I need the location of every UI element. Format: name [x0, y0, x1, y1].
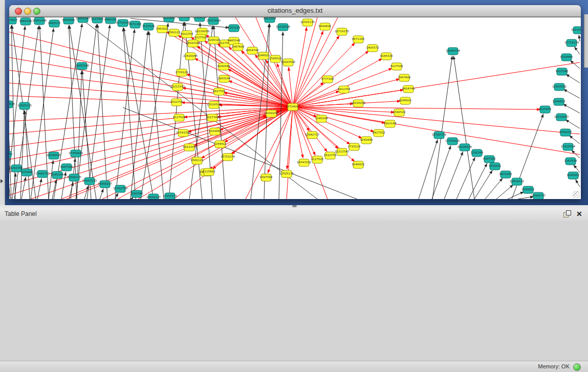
citation-edge: [11, 25, 15, 199]
edge-arrow: [133, 29, 136, 33]
network-view-window: citations_edges.txt 94636279465546208914…: [9, 5, 581, 199]
graph-node-label: 9466162: [104, 18, 117, 21]
citation-edge: [49, 160, 53, 199]
graph-node-label: 2718120: [348, 145, 361, 148]
graph-node-label: 1292346: [471, 151, 484, 154]
graph-node-label: 1569297: [559, 130, 572, 134]
edge-arrow: [277, 63, 279, 67]
graph-node-label: 12505135: [279, 172, 294, 175]
edge-arrow: [484, 163, 487, 167]
graph-node-label: 18226058: [351, 101, 365, 104]
panel-title: Table Panel: [5, 210, 37, 217]
graph-node-label: 16210643: [554, 115, 569, 118]
graph-node-label: 8427552: [373, 131, 385, 134]
graph-node-label: 9465546: [19, 19, 32, 23]
graph-node-label: 7515526: [142, 25, 155, 28]
graph-node-label: 9245652: [567, 173, 580, 177]
citation-edge: [9, 107, 293, 147]
citation-edge: [293, 107, 328, 152]
edge-arrow: [288, 67, 291, 71]
graph-node-label: 20891406: [32, 19, 47, 22]
edge-arrow: [281, 32, 285, 35]
edge-arrow: [24, 177, 26, 181]
graph-node-label: 1405572: [48, 21, 61, 25]
graph-node-label: 17016504: [207, 103, 221, 106]
memory-ok-icon[interactable]: [573, 363, 581, 371]
citation-edge: [444, 151, 463, 199]
edge-arrow: [541, 114, 543, 118]
memory-status-label: Memory: OK: [538, 363, 570, 369]
graph-node-label: 2967608: [398, 76, 411, 79]
edge-arrow: [453, 56, 456, 59]
graph-node-label: 13942737: [531, 194, 546, 197]
citation-edge: [124, 28, 154, 199]
graph-node-label: 1145194: [51, 173, 64, 176]
edge-arrow: [108, 25, 111, 28]
graph-node-label: 9097588: [60, 165, 73, 168]
graph-node-label: 8912354: [338, 87, 351, 91]
edge-arrow: [450, 56, 453, 59]
graph-node-label: 8912354: [181, 32, 193, 35]
citation-edge: [69, 25, 77, 199]
background-frame-edge: [584, 14, 588, 68]
graph-node-label: 17359928: [69, 151, 83, 155]
graph-node-label: 9127505: [311, 158, 324, 161]
graph-node-label: 9465546: [228, 39, 241, 42]
citation-edge: [293, 107, 580, 134]
edge-arrow: [320, 31, 323, 35]
graph-node-label: 9699695: [319, 25, 332, 28]
table-panel-header: Table Panel ✕: [0, 207, 588, 221]
graph-node-label: 16648784: [446, 49, 460, 52]
graph-node-label: 9671385: [352, 37, 365, 40]
edge-arrow: [574, 47, 577, 50]
graph-node-label: 9246821: [352, 163, 365, 166]
edge-arrow: [489, 170, 492, 174]
window-title: citations_edges.txt: [9, 5, 581, 16]
left-splitter-strip[interactable]: [0, 0, 5, 205]
graph-node-label: 1610755: [324, 154, 337, 157]
graph-node-label: 12213343: [335, 150, 349, 153]
citation-edge: [149, 31, 164, 199]
close-panel-icon[interactable]: ✕: [576, 210, 582, 218]
graph-node-label: 12505135: [17, 104, 32, 107]
graph-node-label: 1588520: [269, 57, 282, 60]
window-titlebar[interactable]: citations_edges.txt: [9, 5, 581, 17]
graph-node-label: 16053809: [206, 19, 221, 22]
graph-node-label: 9097588: [483, 157, 496, 160]
splitter-collapse-icon[interactable]: [1, 179, 3, 183]
edge-arrow: [301, 155, 303, 158]
graph-node-label: 8813054: [264, 17, 276, 20]
graph-node-label: 9246821: [257, 54, 270, 57]
edge-arrow: [578, 35, 581, 38]
edge-arrow: [39, 179, 42, 182]
float-panel-icon[interactable]: [563, 210, 571, 217]
network-canvas[interactable]: 9463627946554620891406140557296996951065…: [9, 17, 581, 199]
edge-arrow: [448, 145, 451, 149]
graph-node-label: 1405572: [366, 46, 379, 49]
graph-node-label: 10655287: [76, 17, 90, 20]
graph-node-label: 2903144: [384, 122, 397, 125]
graph-node-label: 9671385: [129, 23, 142, 26]
graph-node-label: 7357224: [228, 26, 241, 29]
citation-edge: [293, 107, 362, 138]
edge-arrow: [199, 23, 202, 26]
graph-node-label: 13942737: [305, 133, 319, 136]
citation-network-graph[interactable]: 9463627946554620891406140557296996951065…: [9, 17, 581, 199]
graph-node-label: 14569117: [177, 17, 191, 18]
edge-arrow: [268, 169, 270, 173]
graph-node-label: 1610755: [170, 100, 183, 103]
graph-node-label: 9242848: [360, 138, 373, 141]
citation-edge: [432, 56, 452, 199]
graph-node-label: 1167534: [564, 159, 577, 162]
edge-arrow: [461, 151, 463, 156]
graph-node-label: 7463822: [156, 27, 169, 30]
resize-grip-icon[interactable]: [573, 191, 580, 198]
graph-node-label: 13942737: [35, 172, 50, 175]
graph-node-label: 12093582: [552, 85, 567, 88]
citation-edge: [98, 24, 107, 199]
graph-node-label: 9127505: [173, 116, 186, 119]
edge-arrow: [304, 27, 308, 31]
graph-node-label: 9463627: [9, 18, 18, 21]
graph-node-label: 8215955: [539, 107, 552, 111]
citation-edge: [87, 25, 110, 199]
